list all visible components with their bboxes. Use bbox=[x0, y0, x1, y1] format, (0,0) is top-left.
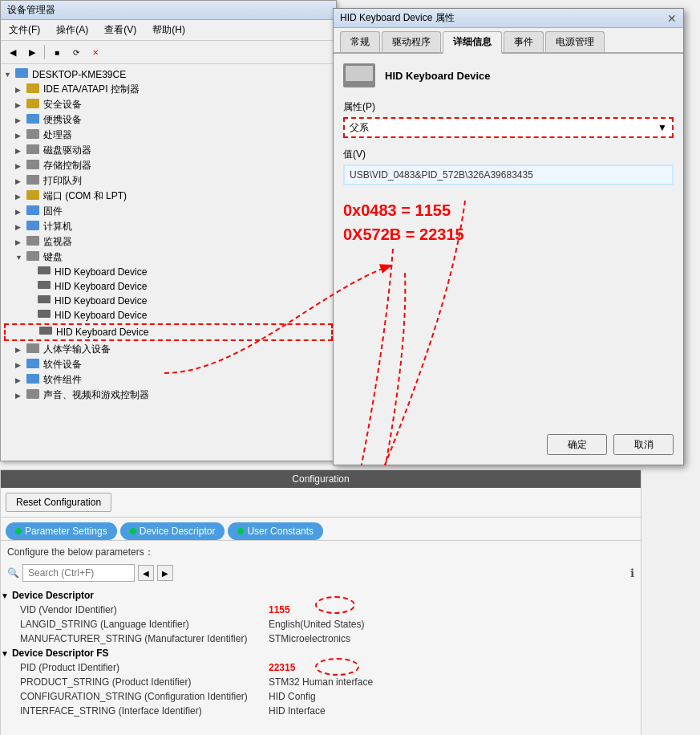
param-product-value: STM32 Human interface bbox=[269, 676, 373, 688]
hid-body: HID Keyboard Device 属性(P) 父系 ▼ 值(V) USB\… bbox=[334, 54, 683, 256]
section-device-descriptor[interactable]: ▼ Device Descriptor bbox=[1, 588, 641, 603]
tree-item-cpu[interactable]: ▶ 处理器 bbox=[4, 128, 333, 143]
tree-item-keyboard[interactable]: ▼ 键盘 bbox=[4, 250, 333, 265]
device-icon bbox=[343, 63, 375, 87]
keyboard-folder-icon bbox=[26, 251, 41, 264]
search-magnifier-icon: 🔍 bbox=[7, 567, 19, 579]
tree-item-softcomp[interactable]: ▶ 软件组件 bbox=[4, 372, 333, 388]
search-prev-button[interactable]: ◀ bbox=[138, 565, 154, 581]
tab-user-constants[interactable]: User Constants bbox=[228, 522, 323, 540]
dropdown-arrow-icon: ▼ bbox=[658, 122, 667, 133]
tree-item-ports[interactable]: ▶ 端口 (COM 和 LPT) bbox=[4, 189, 333, 204]
tree-item-storage[interactable]: ▶ 存储控制器 bbox=[4, 158, 333, 173]
property-dropdown[interactable]: 父系 ▼ bbox=[343, 117, 674, 138]
tab-dot-3 bbox=[237, 528, 244, 534]
properties-button[interactable]: ■ bbox=[48, 43, 66, 61]
config-toolbar: Reset Configuration bbox=[1, 488, 641, 518]
param-interface-name: INTERFACE_STRING (Interface Identifier) bbox=[20, 705, 269, 717]
section-arrow-2: ▼ bbox=[1, 649, 9, 658]
row-interface-string: INTERFACE_STRING (Interface Identifier) … bbox=[1, 704, 641, 718]
menu-view[interactable]: 查看(V) bbox=[99, 22, 141, 39]
hid-close-button[interactable]: ✕ bbox=[667, 12, 677, 25]
tab-details[interactable]: 详细信息 bbox=[443, 31, 502, 54]
tab-driver[interactable]: 驱动程序 bbox=[382, 31, 441, 52]
param-vid-value: 1155 bbox=[269, 604, 290, 615]
hid-dialog-title: HID Keyboard Device 属性 bbox=[340, 11, 455, 25]
tab-user-label: User Constants bbox=[247, 526, 314, 537]
config-search-row: 🔍 ◀ ▶ ℹ bbox=[7, 564, 634, 582]
tree-root[interactable]: ▼ DESKTOP-KME39CE bbox=[4, 67, 333, 82]
tree-item-computer[interactable]: ▶ 计算机 bbox=[4, 219, 333, 234]
reset-config-button[interactable]: Reset Configuration bbox=[6, 493, 111, 512]
software-icon bbox=[26, 359, 41, 372]
tree-item-firmware[interactable]: ▶ 固件 bbox=[4, 204, 333, 219]
search-next-button[interactable]: ▶ bbox=[157, 565, 173, 581]
menu-file[interactable]: 文件(F) bbox=[4, 22, 45, 39]
menu-help[interactable]: 帮助(H) bbox=[148, 22, 190, 39]
hid-kbd-icon-3 bbox=[38, 294, 52, 307]
config-tabs: Parameter Settings Device Descriptor Use… bbox=[1, 518, 641, 541]
cpu-icon bbox=[26, 129, 41, 142]
value-label: 值(V) bbox=[343, 148, 674, 161]
param-langid-name: LANGID_STRING (Language Identifier) bbox=[20, 619, 269, 630]
tab-device-descriptor[interactable]: Device Descriptor bbox=[120, 522, 225, 540]
config-title: Configuration bbox=[292, 473, 349, 485]
param-pid-name: PID (Product IDentifier) bbox=[20, 662, 269, 673]
param-mfr-name: MANUFACTURER_STRING (Manufacturer Identi… bbox=[20, 633, 269, 644]
uninstall-button[interactable]: ✕ bbox=[87, 43, 104, 61]
section-device-descriptor-fs[interactable]: ▼ Device Descriptor FS bbox=[1, 646, 641, 660]
param-pid-value: 22315 bbox=[269, 662, 295, 673]
tab-events[interactable]: 事件 bbox=[504, 31, 544, 52]
dm-titlebar: 设备管理器 bbox=[1, 1, 336, 20]
tree-item-portable[interactable]: ▶ 便携设备 bbox=[4, 112, 333, 128]
security-icon bbox=[26, 99, 41, 112]
hid-icon bbox=[26, 343, 41, 356]
softcomp-icon bbox=[26, 374, 41, 387]
config-tree: ▼ Device Descriptor VID (Vendor IDentifi… bbox=[1, 588, 641, 718]
param-config-name: CONFIGURATION_STRING (Configuration Iden… bbox=[20, 691, 269, 702]
tab-general[interactable]: 常规 bbox=[340, 31, 380, 52]
tab-param-settings[interactable]: Parameter Settings bbox=[6, 522, 117, 540]
row-config-string: CONFIGURATION_STRING (Configuration Iden… bbox=[1, 689, 641, 704]
hid-kbd-icon-5 bbox=[39, 326, 54, 339]
forward-button[interactable]: ▶ bbox=[23, 43, 41, 61]
ok-button[interactable]: 确定 bbox=[547, 434, 607, 455]
audio-icon bbox=[26, 389, 41, 402]
tree-item-ide[interactable]: ▶ IDE ATA/ATAPI 控制器 bbox=[4, 82, 333, 97]
config-panel: Configuration Reset Configuration Parame… bbox=[0, 469, 641, 735]
section-arrow-1: ▼ bbox=[1, 591, 9, 600]
hid-kbd-5[interactable]: HID Keyboard Device bbox=[28, 325, 331, 339]
hid-header: HID Keyboard Device bbox=[343, 63, 674, 87]
row-vid: VID (Vendor IDentifier) 1155 bbox=[1, 603, 641, 617]
tree-item-disk[interactable]: ▶ 磁盘驱动器 bbox=[4, 143, 333, 158]
tab-param-label: Parameter Settings bbox=[25, 526, 107, 537]
tab-power[interactable]: 电源管理 bbox=[545, 31, 605, 52]
tree-item-print[interactable]: ▶ 打印队列 bbox=[4, 173, 333, 189]
hid-kbd-2[interactable]: HID Keyboard Device bbox=[4, 279, 333, 294]
hid-kbd-1[interactable]: HID Keyboard Device bbox=[4, 265, 333, 279]
tab-dot-2 bbox=[130, 528, 136, 534]
hid-kbd-icon-2 bbox=[38, 280, 52, 293]
back-button[interactable]: ◀ bbox=[4, 43, 22, 61]
storage-icon bbox=[26, 160, 41, 173]
tree-item-monitor[interactable]: ▶ 监视器 bbox=[4, 234, 333, 250]
tree-item-audio[interactable]: ▶ 声音、视频和游戏控制器 bbox=[4, 388, 333, 403]
info-icon: ℹ bbox=[630, 566, 634, 579]
param-interface-value: HID Interface bbox=[269, 705, 326, 717]
value-content: USB\VID_0483&PID_572B\326A39683435 bbox=[350, 169, 533, 181]
section-name-1: Device Descriptor bbox=[12, 590, 94, 601]
ports-icon bbox=[26, 190, 41, 203]
menu-action[interactable]: 操作(A) bbox=[51, 22, 93, 39]
hid-kbd-4[interactable]: HID Keyboard Device bbox=[4, 308, 333, 323]
tree-item-hid[interactable]: ▶ 人体学输入设备 bbox=[4, 342, 333, 357]
hid-kbd-3[interactable]: HID Keyboard Device bbox=[4, 294, 333, 308]
toolbar-separator bbox=[44, 45, 45, 59]
tree-item-security[interactable]: ▶ 安全设备 bbox=[4, 97, 333, 112]
firmware-icon bbox=[26, 205, 41, 218]
tree-item-software[interactable]: ▶ 软件设备 bbox=[4, 357, 333, 372]
config-search-input[interactable] bbox=[22, 564, 135, 582]
row-product-string: PRODUCT_STRING (Product Identifier) STM3… bbox=[1, 675, 641, 689]
config-titlebar: Configuration bbox=[1, 470, 641, 488]
cancel-button[interactable]: 取消 bbox=[613, 434, 674, 455]
scan-button[interactable]: ⟳ bbox=[67, 43, 85, 61]
